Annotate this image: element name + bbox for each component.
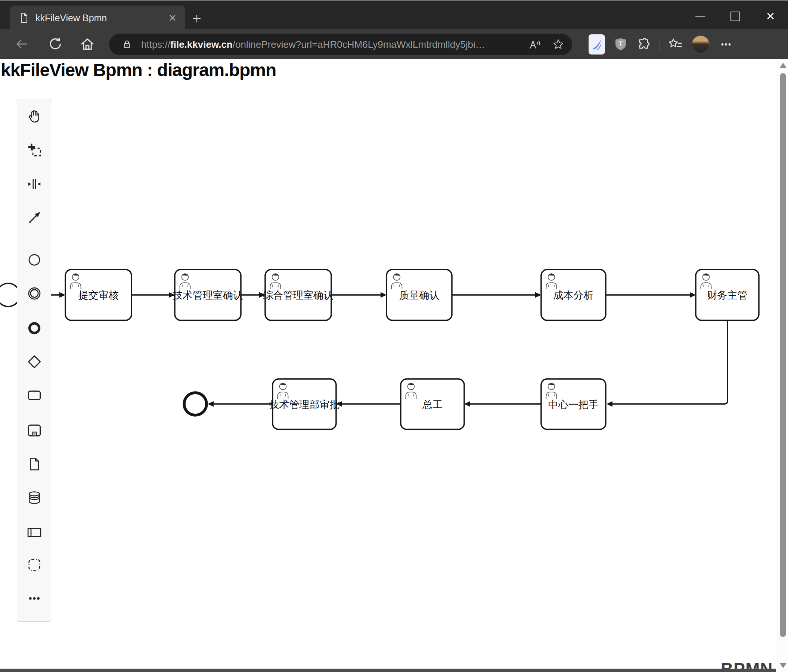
settings-more-icon[interactable]: [718, 34, 734, 54]
user-task-node-tech-office-confirm[interactable]: 技术管理室确认: [173, 269, 243, 320]
svg-text:T: T: [618, 40, 623, 48]
profile-avatar[interactable]: [692, 35, 710, 53]
task-label: 财务主管: [707, 290, 748, 301]
create-participant-icon: [27, 525, 42, 540]
window-close-button[interactable]: ✕: [753, 3, 788, 30]
task-label: 质量确认: [399, 290, 440, 301]
address-bar[interactable]: https://file.kkview.cn/onlinePreview?url…: [109, 33, 572, 55]
user-task-node-center-head[interactable]: 中心一把手: [541, 379, 606, 430]
sequence-flow-6[interactable]: [612, 320, 728, 404]
arrowhead-icon: [59, 292, 65, 298]
arrowhead-icon: [208, 401, 214, 407]
palette-create-participant[interactable]: [26, 524, 43, 540]
create-task-icon: [27, 388, 42, 403]
refresh-button[interactable]: [47, 36, 64, 52]
user-task-node-admin-office-confirm[interactable]: 综合管理室确认: [263, 269, 334, 320]
window-controls: — ✕: [683, 2, 788, 30]
page-favicon-icon: [18, 12, 30, 24]
arrowhead-icon: [607, 401, 612, 407]
palette-global-connect-tool[interactable]: [26, 209, 43, 226]
palette-create-intermediate-event[interactable]: [26, 285, 43, 302]
user-task-node-quality-confirm[interactable]: 质量确认: [386, 269, 452, 320]
create-gateway-icon: [27, 354, 42, 369]
end-event-node[interactable]: [184, 393, 207, 415]
arrowhead-icon: [535, 292, 541, 298]
global-connect-tool-icon: [27, 210, 42, 225]
browser-tab-bar: kkFileView Bpmn — ✕: [0, 0, 788, 29]
task-label: 综合管理室确认: [263, 290, 334, 301]
url-path: /onlinePreview?url=aHR0cHM6Ly9maWxlLmtrd…: [233, 39, 485, 50]
create-data-store-icon: [27, 490, 42, 505]
extensions-puzzle-icon[interactable]: [636, 34, 653, 54]
create-end-event-icon: [27, 321, 42, 336]
user-task-node-chief-engineer[interactable]: 总工: [401, 379, 464, 430]
download-extension-icon[interactable]: [589, 34, 605, 54]
palette-create-data-object[interactable]: [26, 456, 43, 472]
maximize-icon: [731, 11, 740, 21]
hand-tool-icon: [27, 109, 42, 124]
palette-separator: [22, 244, 46, 244]
viewer-content: kkFileView Bpmn : diagram.bpmn 提交审核技术管理室…: [0, 59, 788, 672]
collections-icon[interactable]: [667, 34, 683, 54]
palette-create-start-event[interactable]: [26, 252, 43, 268]
task-label: 提交审核: [78, 290, 119, 301]
task-label: 总工: [422, 399, 443, 410]
create-subprocess-icon: [27, 423, 42, 438]
palette-hand-tool[interactable]: [26, 108, 43, 124]
scroll-up-icon[interactable]: [780, 63, 786, 68]
task-label: 成本分析: [553, 290, 594, 301]
user-task-node-finance-director[interactable]: 财务主管: [696, 269, 759, 320]
window-minimize-button[interactable]: —: [683, 3, 718, 30]
user-task-node-cost-analysis[interactable]: 成本分析: [541, 269, 606, 320]
browser-toolbar: https://file.kkview.cn/onlinePreview?url…: [0, 29, 788, 59]
palette-lasso-tool[interactable]: [26, 141, 43, 158]
scroll-down-icon[interactable]: [780, 663, 786, 668]
url-text[interactable]: https://file.kkview.cn/onlinePreview?url…: [141, 39, 529, 51]
palette-create-group[interactable]: [26, 556, 43, 573]
tampermonkey-shield-icon[interactable]: T: [612, 34, 629, 54]
palette-space-tool[interactable]: [26, 176, 43, 192]
tab-title: kkFileView Bpmn: [35, 13, 166, 24]
palette-create-end-event[interactable]: [26, 320, 43, 336]
home-button[interactable]: [79, 36, 95, 52]
vertical-scrollbar[interactable]: [778, 59, 788, 672]
more-tools-icon: [27, 591, 42, 606]
arrowhead-icon: [464, 401, 470, 407]
palette-create-gateway[interactable]: [26, 353, 43, 370]
url-scheme: https://: [141, 39, 170, 50]
url-host: file.kkview.cn: [170, 39, 233, 50]
bpmn-palette: [17, 99, 51, 621]
new-tab-icon[interactable]: [190, 11, 204, 26]
arrowhead-icon: [690, 292, 696, 298]
read-aloud-icon[interactable]: [529, 38, 542, 51]
task-label: 技术管理部审批: [269, 399, 340, 410]
palette-create-data-store[interactable]: [26, 490, 43, 506]
palette-more-tools[interactable]: [26, 590, 43, 607]
scrollbar-thumb[interactable]: [780, 73, 786, 637]
bpmn-canvas[interactable]: 提交审核技术管理室确认综合管理室确认质量确认成本分析财务主管技术管理部审批总工中…: [0, 59, 788, 672]
bottom-edge-bar: [0, 669, 776, 672]
tab-close-icon[interactable]: [166, 11, 179, 24]
lock-icon[interactable]: [121, 38, 133, 51]
browser-tab[interactable]: kkFileView Bpmn: [10, 6, 185, 30]
favorite-star-icon[interactable]: [552, 38, 565, 51]
palette-create-subprocess[interactable]: [26, 422, 43, 439]
create-start-event-icon: [27, 252, 42, 267]
create-intermediate-event-icon: [27, 286, 42, 301]
extensions-area: T: [585, 34, 738, 54]
toolbar-divider: [659, 38, 660, 51]
palette-create-task[interactable]: [26, 387, 43, 404]
user-task-node-tech-dept-approval[interactable]: 技术管理部审批: [269, 379, 340, 430]
task-label: 中心一把手: [548, 399, 599, 410]
window-maximize-button[interactable]: [718, 3, 753, 30]
task-label: 技术管理室确认: [173, 290, 243, 301]
lasso-tool-icon: [27, 142, 42, 157]
user-task-node-submit-review[interactable]: 提交审核: [65, 269, 132, 320]
back-button[interactable]: [13, 36, 30, 52]
arrowhead-icon: [381, 292, 386, 298]
create-group-icon: [27, 557, 42, 572]
space-tool-icon: [27, 177, 42, 192]
create-data-object-icon: [27, 456, 42, 472]
